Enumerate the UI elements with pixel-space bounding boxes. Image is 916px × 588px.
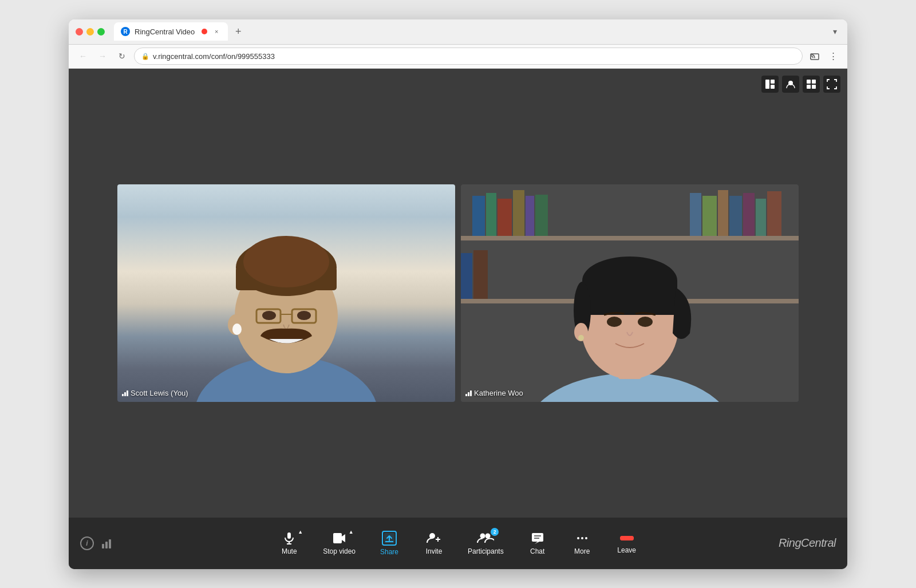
leave-button[interactable]: Leave [607,523,647,563]
tab-bar: R RingCentral Video × + [114,22,824,41]
mute-button[interactable]: ▲ Mute [269,523,309,563]
svg-rect-27 [486,193,496,236]
stop-video-label: Stop video [323,547,356,555]
svg-rect-40 [461,253,472,299]
svg-point-1 [810,58,811,59]
fullscreen-button[interactable] [823,76,840,93]
svg-point-23 [232,323,242,335]
svg-rect-35 [729,196,742,236]
toolbar-center: ▲ Mute ▲ Stop video [269,523,646,563]
browser-titlebar: R RingCentral Video × + ▾ [69,19,847,45]
info-icon[interactable]: i [80,536,94,550]
svg-rect-9 [812,85,816,89]
leave-icon [619,532,635,544]
lock-icon: 🔒 [141,53,149,60]
more-button[interactable]: More [562,523,602,563]
svg-rect-29 [513,190,524,236]
svg-rect-41 [473,250,488,299]
svg-rect-34 [718,190,728,236]
address-bar[interactable]: 🔒 v.ringcentral.com/conf/on/999555333 [134,48,803,65]
signal-quality-icon[interactable] [102,538,111,548]
svg-point-15 [243,236,329,287]
active-tab[interactable]: R RingCentral Video × [114,22,228,41]
katherine-signal-icon [465,389,472,396]
speaker-view-button[interactable] [782,76,799,93]
tab-title: RingCentral Video [135,27,195,36]
svg-rect-46 [582,281,677,315]
svg-point-51 [578,335,584,341]
video-content: Scott Lewis (You) [69,69,847,569]
traffic-lights [76,28,105,35]
video-tile-scott: Scott Lewis (You) [117,184,455,402]
refresh-button[interactable]: ↻ [114,49,129,64]
tab-close-button[interactable]: × [212,27,221,36]
share-icon [382,531,397,546]
svg-rect-37 [756,199,766,236]
view-controls [761,76,840,93]
svg-point-66 [577,537,579,539]
participants-count-badge: 2 [491,528,499,536]
scott-name-label: Scott Lewis (You) [122,389,188,397]
svg-point-68 [585,537,587,539]
browser-right-icons: ⋮ [807,49,840,64]
participants-button[interactable]: 2 Participants [459,523,513,563]
mute-icon: ▲ [282,531,296,545]
browser-addressbar: ← → ↻ 🔒 v.ringcentral.com/conf/on/999555… [69,45,847,69]
invite-button[interactable]: Invite [414,523,454,563]
stop-video-icon: ▲ [332,531,347,545]
svg-point-71 [629,536,634,540]
grid-view-button[interactable] [803,76,820,93]
video-tile-katherine: Katherine Woo [461,184,799,402]
recording-indicator [202,29,207,34]
toolbar-left: i [80,536,111,550]
svg-rect-36 [743,193,755,236]
back-button: ← [76,49,90,64]
toolbar-right: RingCentral [779,536,836,550]
minimize-button[interactable] [86,28,94,35]
svg-rect-30 [526,196,534,236]
url-text: v.ringcentral.com/conf/on/999555333 [153,52,275,61]
close-button[interactable] [76,28,83,35]
video-area: Scott Lewis (You) [69,69,847,518]
katherine-name-label: Katherine Woo [465,389,523,397]
video-grid: Scott Lewis (You) [114,184,802,402]
tab-favicon: R [121,27,130,36]
share-label: Share [380,548,398,556]
scott-person [172,184,401,402]
mute-chevron: ▲ [298,529,303,535]
mute-label: Mute [282,547,297,555]
svg-point-70 [620,536,625,540]
toolbar: i [69,518,847,569]
svg-rect-33 [702,196,717,236]
participants-label: Participants [468,547,504,555]
stop-video-button[interactable]: ▲ Stop video [314,523,365,563]
svg-point-21 [297,311,311,320]
chat-label: Chat [530,547,544,555]
chat-button[interactable]: Chat [518,523,558,563]
leave-label: Leave [617,546,636,554]
svg-rect-63 [532,533,543,542]
svg-point-61 [480,533,485,538]
svg-rect-4 [771,85,775,89]
browser-window: R RingCentral Video × + ▾ ← → ↻ 🔒 v.ring… [69,19,847,569]
more-icon [575,531,589,545]
svg-point-20 [262,311,276,320]
more-options-icon[interactable]: ⋮ [826,49,840,64]
browser-dropdown-icon[interactable]: ▾ [829,26,840,37]
svg-rect-26 [472,196,485,236]
katherine-bookshelf [461,184,799,402]
more-label: More [574,547,590,555]
svg-point-62 [485,533,491,538]
svg-point-49 [638,317,653,327]
svg-rect-32 [690,193,701,236]
svg-rect-52 [287,532,291,539]
stop-video-chevron: ▲ [349,529,354,535]
invite-icon [427,531,441,545]
share-button[interactable]: Share [369,523,409,563]
svg-point-48 [607,317,622,327]
cast-icon[interactable] [807,49,822,64]
maximize-button[interactable] [97,28,105,35]
layout-view-button[interactable] [761,76,779,93]
new-tab-button[interactable]: + [230,23,246,40]
svg-rect-6 [807,80,811,84]
